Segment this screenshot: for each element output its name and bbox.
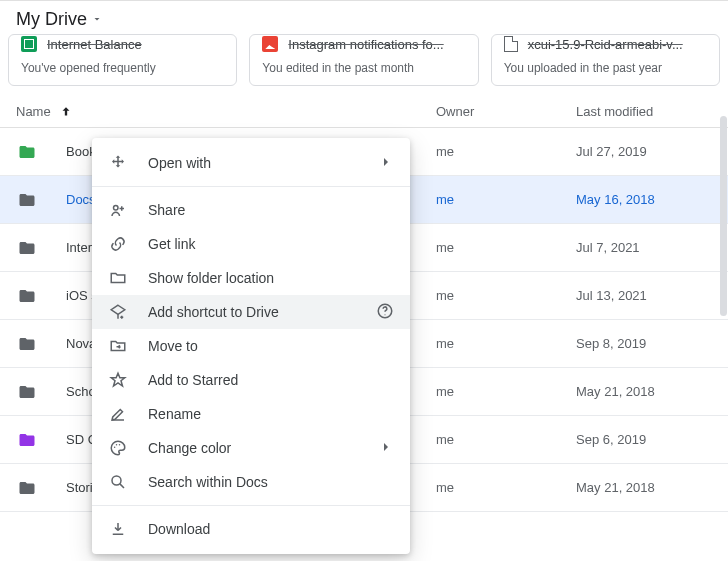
location-breadcrumb[interactable]: My Drive xyxy=(0,0,728,34)
file-modified: May 21, 2018 xyxy=(576,384,712,399)
arrow-up-icon xyxy=(59,105,73,119)
help-icon[interactable] xyxy=(376,302,394,323)
rename-icon xyxy=(108,404,128,424)
palette-icon xyxy=(108,438,128,458)
card-title: Internet Balance xyxy=(47,37,142,52)
column-name[interactable]: Name xyxy=(16,104,436,119)
svg-point-10 xyxy=(112,476,121,485)
file-owner: me xyxy=(436,432,576,447)
move-icon xyxy=(108,336,128,356)
file-owner: me xyxy=(436,480,576,495)
menu-rename[interactable]: Rename xyxy=(92,397,410,431)
svg-point-9 xyxy=(119,444,121,446)
menu-add-shortcut[interactable]: Add shortcut to Drive xyxy=(92,295,410,329)
folder-outline-icon xyxy=(108,268,128,288)
file-icon xyxy=(504,36,518,52)
open-with-icon xyxy=(108,153,128,173)
menu-share[interactable]: Share xyxy=(92,193,410,227)
folder-icon xyxy=(16,431,38,449)
file-owner: me xyxy=(436,288,576,303)
file-owner: me xyxy=(436,384,576,399)
file-owner: me xyxy=(436,144,576,159)
menu-open-with[interactable]: Open with xyxy=(92,146,410,180)
search-icon xyxy=(108,472,128,492)
folder-icon xyxy=(16,479,38,497)
file-modified: Jul 7, 2021 xyxy=(576,240,712,255)
svg-point-6 xyxy=(384,314,385,315)
context-menu: Open with Share Get link Show folder loc… xyxy=(92,138,410,554)
folder-icon xyxy=(16,287,38,305)
menu-download[interactable]: Download xyxy=(92,512,410,546)
file-modified: May 21, 2018 xyxy=(576,480,712,495)
star-icon xyxy=(108,370,128,390)
folder-icon xyxy=(16,191,38,209)
svg-point-7 xyxy=(114,447,116,449)
chevron-right-icon xyxy=(378,154,394,173)
image-icon xyxy=(262,36,278,52)
column-header-row: Name Owner Last modified xyxy=(0,96,728,128)
folder-icon xyxy=(16,239,38,257)
folder-icon xyxy=(16,143,38,161)
suggestion-card[interactable]: Internet Balance You've opened frequentl… xyxy=(8,34,237,86)
card-subtitle: You edited in the past month xyxy=(262,61,465,75)
folder-icon xyxy=(16,383,38,401)
page-title: My Drive xyxy=(16,9,87,30)
sheets-icon xyxy=(21,36,37,52)
link-icon xyxy=(108,234,128,254)
chevron-down-icon xyxy=(91,12,103,28)
file-modified: May 16, 2018 xyxy=(576,192,712,207)
menu-move-to[interactable]: Move to xyxy=(92,329,410,363)
scrollbar-thumb[interactable] xyxy=(720,116,727,316)
add-shortcut-icon xyxy=(108,302,128,322)
file-modified: Jul 13, 2021 xyxy=(576,288,712,303)
menu-separator xyxy=(92,505,410,506)
card-title: Instagram notifications fo... xyxy=(288,37,443,52)
file-owner: me xyxy=(436,192,576,207)
file-owner: me xyxy=(436,240,576,255)
folder-icon xyxy=(16,335,38,353)
menu-separator xyxy=(92,186,410,187)
file-modified: Sep 6, 2019 xyxy=(576,432,712,447)
menu-change-color[interactable]: Change color xyxy=(92,431,410,465)
suggestion-cards: Internet Balance You've opened frequentl… xyxy=(0,34,728,96)
file-modified: Sep 8, 2019 xyxy=(576,336,712,351)
svg-line-11 xyxy=(120,484,124,488)
file-modified: Jul 27, 2019 xyxy=(576,144,712,159)
chevron-right-icon xyxy=(378,439,394,458)
card-title: xcui-15.9-Rcid-armeabi-v... xyxy=(528,37,683,52)
svg-point-8 xyxy=(116,444,118,446)
suggestion-card[interactable]: Instagram notifications fo... You edited… xyxy=(249,34,478,86)
column-owner[interactable]: Owner xyxy=(436,104,576,119)
menu-show-folder-location[interactable]: Show folder location xyxy=(92,261,410,295)
card-subtitle: You uploaded in the past year xyxy=(504,61,707,75)
column-modified[interactable]: Last modified xyxy=(576,104,712,119)
file-owner: me xyxy=(436,336,576,351)
share-icon xyxy=(108,200,128,220)
menu-search-within[interactable]: Search within Docs xyxy=(92,465,410,499)
download-icon xyxy=(108,519,128,539)
svg-point-0 xyxy=(114,206,119,211)
menu-get-link[interactable]: Get link xyxy=(92,227,410,261)
card-subtitle: You've opened frequently xyxy=(21,61,224,75)
menu-add-to-starred[interactable]: Add to Starred xyxy=(92,363,410,397)
suggestion-card[interactable]: xcui-15.9-Rcid-armeabi-v... You uploaded… xyxy=(491,34,720,86)
